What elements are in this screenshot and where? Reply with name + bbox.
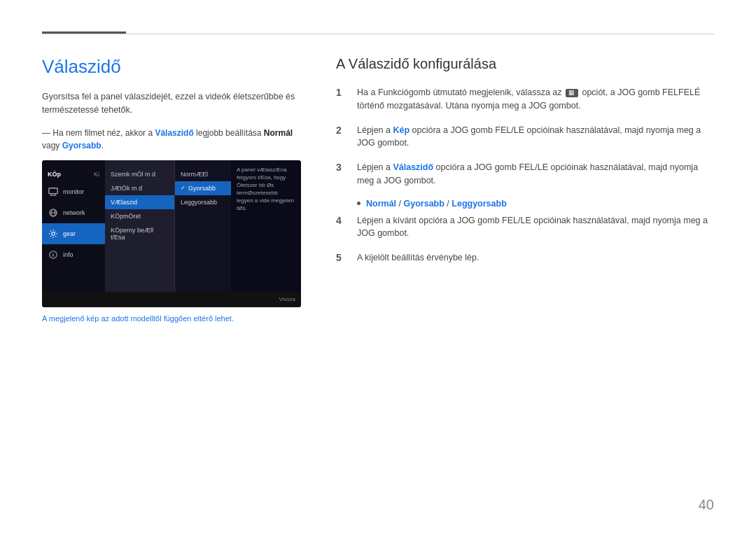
- monitor-screenshot: KÖp Ki monitor: [42, 160, 301, 307]
- step-5-text: A kijelölt beállítás érvénybe lép.: [357, 251, 479, 265]
- step-3-number: 3: [336, 162, 347, 173]
- info-icon: [48, 249, 59, 260]
- menu-item-3: VÆlaszid: [105, 195, 174, 209]
- bullet-dot: [357, 202, 360, 205]
- intro-text: Gyorsítsa fel a panel válaszidejét, ezze…: [42, 90, 308, 117]
- step-5: 5 A kijelölt beállítás érvénybe lép.: [336, 251, 714, 265]
- page-title: Válaszidő: [42, 56, 308, 78]
- inline-grid-icon: [566, 89, 578, 97]
- monitor-bottom-bar: Vissza: [42, 292, 301, 307]
- monitor-submenu: NormÆEl ✓ Gyorsabb Leggyorsabb: [175, 160, 231, 307]
- monitor-right-text: A panel vÆlasz/Ena felgyors t/Esa, hogy …: [237, 167, 294, 212]
- subtitle-blue: Válaszidő: [155, 128, 193, 138]
- sidebar-monitor-label: monitor: [63, 188, 84, 195]
- network-icon: [48, 207, 59, 218]
- subtitle-line: — Ha nem filmet néz, akkor a Válaszidő l…: [42, 127, 308, 152]
- monitor-close: Ki: [94, 171, 99, 178]
- top-line: [42, 34, 714, 34]
- monitor-middle-menu: Szemk mÖl m d JÆtÖk m d VÆlaszid KÖpmÖre…: [105, 160, 175, 307]
- menu-item-4: KÖpmÖret: [105, 209, 174, 223]
- right-column: A Válaszidő konfigurálása 1 Ha a Funkció…: [336, 56, 714, 323]
- monitor-back-label: Vissza: [279, 296, 295, 302]
- monitor-header: KÖp Ki: [42, 167, 105, 181]
- step-2: 2 Lépjen a Kép opcióra a JOG gomb FEL/LE…: [336, 124, 714, 150]
- sidebar-network-label: network: [63, 209, 85, 216]
- note-text: A megjelenő kép az adott modelltől függő…: [42, 314, 308, 323]
- left-column: Válaszidő Gyorsítsa fel a panel válaszid…: [42, 56, 308, 323]
- sidebar-info: info: [42, 244, 105, 265]
- sidebar-settings-label: gear: [63, 230, 76, 237]
- svg-point-10: [52, 252, 53, 253]
- step-3: 3 Lépjen a Válaszidő opcióra a JOG gomb …: [336, 161, 714, 188]
- submenu-faster: ✓ Gyorsabb: [175, 181, 231, 195]
- step-3-link: Válaszidő: [393, 162, 433, 172]
- right-title: A Válaszidő konfigurálása: [336, 56, 714, 72]
- step-4-text: Lépjen a kívánt opcióra a JOG gomb FEL/L…: [357, 214, 714, 241]
- submenu-faster-label: Gyorsabb: [188, 185, 216, 192]
- step-list: 1 Ha a Funkciógomb útmutató megjelenik, …: [336, 86, 714, 265]
- svg-point-7: [52, 232, 55, 234]
- display-icon: [48, 186, 59, 197]
- menu-item-5: KÖperny beÆll t/Esa: [105, 223, 174, 244]
- submenu-normal-label: NormÆEl: [181, 171, 208, 178]
- page-number: 40: [699, 497, 714, 513]
- menu-item-1: Szemk mÖl m d: [105, 167, 174, 181]
- step-3-text: Lépjen a Válaszidő opcióra a JOG gomb FE…: [357, 161, 714, 188]
- step-5-number: 5: [336, 252, 347, 263]
- option-normal: Normál: [366, 199, 396, 209]
- bullet-item: Normál / Gyorsabb / Leggyorsabb: [357, 199, 714, 209]
- step-4: 4 Lépjen a kívánt opcióra a JOG gomb FEL…: [336, 214, 714, 241]
- check-icon: ✓: [181, 185, 186, 191]
- bullet-text: Normál / Gyorsabb / Leggyorsabb: [366, 199, 507, 209]
- option-faster: Gyorsabb: [404, 199, 444, 209]
- sidebar-network: network: [42, 202, 105, 223]
- sidebar-settings: gear: [42, 223, 105, 244]
- option-fastest: Leggyorsabb: [451, 199, 507, 209]
- step-1-number: 1: [336, 87, 347, 98]
- sidebar-monitor: monitor: [42, 181, 105, 202]
- step-4-number: 4: [336, 215, 347, 226]
- step-2-link: Kép: [393, 125, 410, 135]
- submenu-fastest: Leggyorsabb: [175, 195, 231, 209]
- submenu-normal: NormÆEl: [175, 167, 231, 181]
- svg-rect-0: [49, 188, 57, 193]
- separator-1: /: [399, 199, 404, 209]
- step-1: 1 Ha a Funkciógomb útmutató megjelenik, …: [336, 86, 714, 113]
- step-2-number: 2: [336, 125, 347, 136]
- monitor-menu-title: KÖp: [48, 171, 61, 178]
- subtitle-normal: Normál: [264, 128, 293, 138]
- subtitle-faster: Gyorsabb: [62, 141, 102, 150]
- step-2-text: Lépjen a Kép opcióra a JOG gomb FEL/LE o…: [357, 124, 714, 150]
- monitor-sidebar: KÖp Ki monitor: [42, 160, 105, 307]
- submenu-fastest-label: Leggyorsabb: [181, 199, 217, 206]
- monitor-right-panel: A panel vÆlasz/Ena felgyors t/Esa, hogy …: [231, 160, 301, 307]
- menu-item-2: JÆtÖk m d: [105, 181, 174, 195]
- gear-icon: [48, 228, 59, 239]
- step-1-text: Ha a Funkciógomb útmutató megjelenik, vá…: [357, 86, 714, 113]
- sidebar-info-label: info: [63, 251, 74, 258]
